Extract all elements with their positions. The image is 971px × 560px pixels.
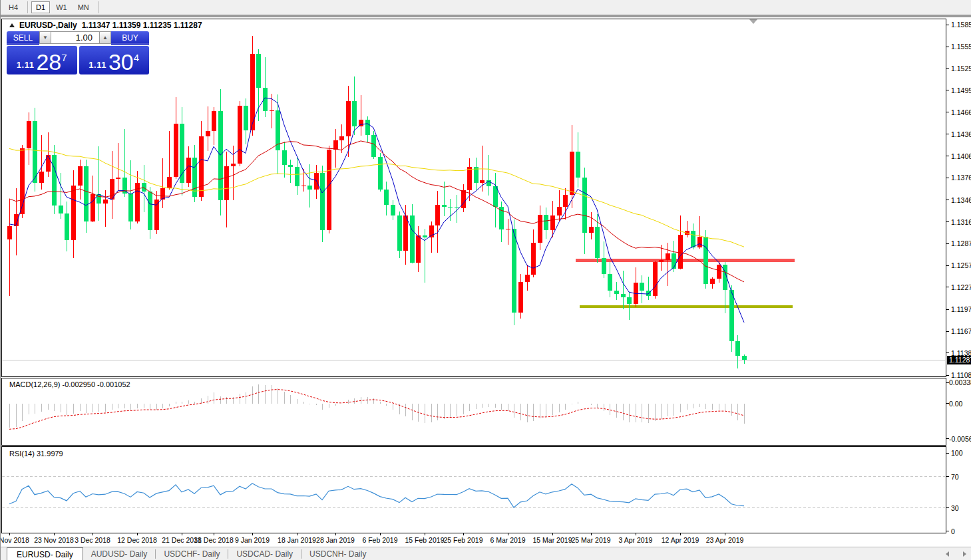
sell-price-button[interactable]: 1.11 28 7: [7, 46, 77, 74]
sell-price-prefix: 1.11: [17, 60, 35, 70]
candle-body: [224, 166, 229, 200]
candle-body: [327, 150, 331, 231]
timeframe-button-w1[interactable]: W1: [51, 1, 72, 13]
candle-body: [154, 200, 159, 230]
price-axis-label: 1.15550: [951, 43, 971, 51]
candle-body: [65, 213, 69, 240]
candle-body: [295, 167, 299, 186]
candle-body: [640, 283, 644, 291]
rsi-axis-label: 30: [951, 504, 959, 512]
candle-body: [627, 297, 632, 304]
candle-body: [710, 279, 715, 284]
volume-decrease-button[interactable]: ▼: [39, 31, 51, 44]
candle-body: [71, 186, 76, 240]
chart-ohlc-values: 1.11347 1.11359 1.11235 1.11287: [82, 21, 202, 30]
volume-input[interactable]: [51, 31, 99, 44]
tab-scroll-left-icon[interactable]: [946, 551, 949, 557]
date-axis-label: 25 Mar 2019: [567, 536, 615, 544]
chart-tab-usdchf[interactable]: USDCHF- Daily: [156, 547, 228, 560]
price-axis-label: 1.15850: [951, 21, 971, 29]
tab-scroll-right-icon[interactable]: [963, 551, 966, 557]
rsi-name: RSI(14): [9, 450, 35, 458]
collapse-panel-icon[interactable]: [9, 23, 15, 27]
price-axis-label: 1.11675: [951, 327, 971, 335]
candle-body: [518, 282, 523, 313]
buy-price-main: 30: [108, 52, 134, 72]
rsi-line: [9, 484, 744, 507]
date-axis-label: 23 Apr 2019: [701, 536, 749, 544]
candle-body: [27, 121, 31, 148]
chart-tab-audusd[interactable]: AUDUSD- Daily: [83, 547, 156, 560]
candle-body: [384, 190, 389, 205]
candle-body: [653, 262, 658, 296]
sell-button[interactable]: SELL: [7, 31, 39, 45]
candle-body: [270, 110, 274, 111]
candle-body: [333, 140, 338, 150]
price-axis-label: 1.14955: [951, 86, 971, 94]
candle-body: [39, 172, 44, 183]
chart-tab-eurusd[interactable]: EURUSD- Daily: [7, 547, 83, 560]
candle-body: [474, 167, 479, 182]
candle-body: [7, 226, 12, 239]
candle-body: [307, 186, 312, 190]
candle-body: [608, 274, 612, 291]
candle-body: [288, 165, 293, 167]
timeframe-button-h4[interactable]: H4: [4, 1, 23, 13]
candle-body: [91, 194, 95, 221]
candle-body: [174, 124, 178, 177]
candle-body: [359, 120, 363, 126]
window-left-border: [0, 0, 1, 560]
candle-body: [703, 237, 708, 284]
candle-body: [448, 207, 453, 208]
candle-body: [697, 237, 702, 247]
rsi-axis-label: 0: [951, 527, 955, 535]
candle-body: [301, 186, 306, 186]
toolbar-separator: [0, 15, 971, 17]
price-axis-label: 1.12570: [951, 261, 971, 269]
price-axis-label: 1.15255: [951, 65, 971, 72]
macd-indicator-label: MACD(12,26,9) -0.002950 -0.001052: [9, 380, 130, 388]
macd-pane-border: [1, 378, 946, 445]
candle-body: [116, 178, 120, 179]
chart-shift-marker[interactable]: [749, 19, 757, 24]
candle-body: [666, 253, 670, 260]
rsi-indicator-label: RSI(14) 31.9979: [9, 450, 63, 458]
price-axis-label: 1.14060: [951, 152, 971, 160]
date-axis-label: 25 Feb 2019: [439, 536, 487, 544]
chart-tab-usdcnh[interactable]: USDCNH- Daily: [301, 547, 374, 560]
price-axis-label: 1.14360: [951, 130, 971, 138]
price-axis-label: 1.11975: [951, 305, 971, 313]
chart-tab-usdcad[interactable]: USDCAD- Daily: [228, 547, 301, 560]
rsi-value: 31.9979: [37, 450, 63, 458]
rsi-axis-label: 100: [951, 449, 963, 457]
buy-price-button[interactable]: 1.11 30 4: [79, 46, 150, 74]
sell-price-pip: 7: [61, 53, 67, 63]
candle-body: [538, 215, 542, 243]
timeframe-button-d1[interactable]: D1: [31, 1, 50, 13]
candle-body: [218, 111, 223, 200]
candle-body: [20, 148, 25, 214]
candle-body: [576, 152, 580, 178]
date-axis-label: 28 Jan 2019: [311, 536, 359, 544]
buy-button[interactable]: BUY: [111, 31, 149, 45]
candle-body: [582, 178, 587, 233]
candle-body: [621, 294, 626, 297]
candle-body: [602, 258, 606, 273]
candle-body: [570, 152, 574, 195]
candle-body: [423, 235, 427, 237]
macd-axis-label: -0.005663: [949, 435, 971, 443]
candle-body: [467, 167, 472, 190]
price-axis-label: 1.13465: [951, 196, 971, 204]
candle-body: [416, 235, 421, 263]
timeframe-button-mn[interactable]: MN: [73, 1, 94, 13]
buy-price-prefix: 1.11: [89, 60, 106, 70]
date-axis-label: 14 Nov 2018: [0, 536, 33, 544]
candle-body: [352, 101, 357, 126]
main-chart-pane: [2, 36, 945, 368]
volume-increase-button[interactable]: ▲: [99, 31, 111, 44]
toolbar-divider: [27, 1, 28, 13]
candle-body: [403, 215, 408, 251]
macd-axis-label: 0.003383: [949, 378, 971, 386]
date-axis-label: 6 Feb 2019: [356, 536, 404, 544]
candle-body: [659, 260, 664, 262]
